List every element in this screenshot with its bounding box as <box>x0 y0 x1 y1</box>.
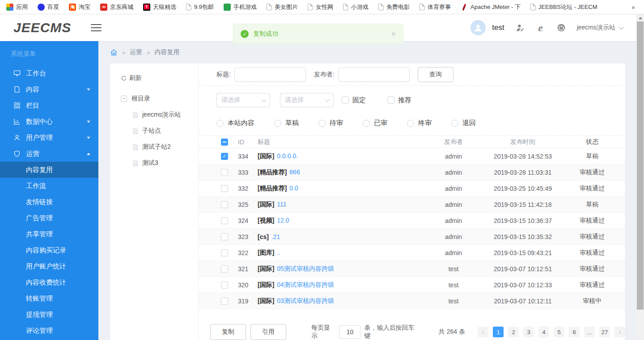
sidebar-submenu-item[interactable]: 内容购买记录 <box>0 242 98 258</box>
sidebar-submenu-item[interactable]: 用户账户统计 <box>0 258 98 274</box>
sidebar-submenu-item[interactable]: 内容复用 <box>0 162 98 178</box>
tree-node[interactable]: 测试3 <box>121 159 198 167</box>
bookmarks-overflow-chevron-icon[interactable]: » <box>631 4 638 11</box>
status-radio[interactable]: 终审 <box>407 119 432 127</box>
scrollbar-thumb[interactable] <box>637 21 644 310</box>
quote-button[interactable]: 引用 <box>250 324 286 340</box>
row-checkbox[interactable] <box>221 249 228 256</box>
user-edit-icon[interactable] <box>515 23 525 33</box>
per-page-input[interactable] <box>339 325 360 339</box>
select-all-checkbox[interactable] <box>221 139 228 146</box>
status-radio[interactable]: 本站内容 <box>216 119 254 127</box>
logout-power-icon[interactable] <box>556 23 566 33</box>
row-checkbox[interactable] <box>221 217 228 224</box>
filter-select-1[interactable]: 请选择 <box>216 93 270 107</box>
prev-page-button[interactable]: ‹ <box>478 327 488 337</box>
bookmark-item[interactable]: 女性网 <box>308 3 333 11</box>
sidebar-submenu-item[interactable]: 广告管理 <box>0 210 98 226</box>
home-icon[interactable] <box>110 49 118 56</box>
table-row[interactable]: 319 [国际]03测试审核内容跨级 test 2019-03-07 10:12… <box>199 293 625 309</box>
row-checkbox[interactable] <box>221 185 228 192</box>
title-link[interactable]: 111 <box>277 201 286 208</box>
row-checkbox[interactable] <box>221 233 228 240</box>
radio-icon[interactable] <box>407 120 414 127</box>
checkbox-icon[interactable] <box>342 97 349 104</box>
sidebar-submenu-item[interactable]: 内容收费统计 <box>0 274 98 290</box>
bookmark-item[interactable]: 淘 淘宝 <box>69 3 90 11</box>
recommend-checkbox[interactable]: 推荐 <box>387 96 411 105</box>
sidebar-item-channels[interactable]: 栏目 <box>0 97 98 113</box>
page-number-button[interactable]: 4 <box>538 327 549 337</box>
row-checkbox[interactable] <box>221 281 228 289</box>
page-number-button[interactable]: 2 <box>508 327 519 337</box>
bookmark-item[interactable]: 百度 <box>38 3 59 11</box>
bookmark-item[interactable]: 免费电影 <box>378 3 410 11</box>
sidebar-toggle-hamburger-icon[interactable] <box>91 24 102 31</box>
bookmark-item[interactable]: 小游戏 <box>343 3 369 11</box>
row-checkbox[interactable] <box>221 201 228 208</box>
bookmark-item[interactable]: JD 京东商城 <box>100 3 133 11</box>
table-row[interactable]: 334 [国际]0.0.0.0. admin 2019-03-28 14:52:… <box>199 148 625 164</box>
site-switcher[interactable]: jeecms演示站 <box>577 24 623 32</box>
sidebar-submenu-item[interactable]: 提现管理 <box>0 306 98 323</box>
status-radio[interactable]: 待审 <box>318 119 343 127</box>
table-row[interactable]: 324 [视频]12.0 admin 2019-03-15 10:36:37 审… <box>199 213 625 229</box>
breadcrumb-item-operations[interactable]: 运营 <box>130 48 142 56</box>
radio-icon[interactable] <box>274 120 281 127</box>
title-link[interactable]: 12.0 <box>277 217 289 224</box>
status-radio[interactable]: 退回 <box>451 119 476 127</box>
page-number-button[interactable]: ... <box>584 327 595 337</box>
toast-close-icon[interactable]: × <box>391 30 396 38</box>
row-checkbox[interactable] <box>221 265 228 273</box>
sidebar-item-data-center[interactable]: 数据中心 <box>0 113 98 130</box>
sidebar-submenu-item[interactable]: 友情链接 <box>0 194 98 210</box>
page-number-button[interactable]: 27 <box>599 327 610 337</box>
page-number-button[interactable]: 5 <box>554 327 564 337</box>
sidebar-item-workbench[interactable]: 工作台 <box>0 65 98 81</box>
scrollbar-up-arrow-icon[interactable] <box>636 14 644 21</box>
sidebar-item-operations[interactable]: 运营 <box>0 146 98 162</box>
bookmark-item[interactable]: 美女图片 <box>267 3 298 11</box>
radio-icon[interactable] <box>363 120 370 127</box>
bookmark-item[interactable]: 手机游戏 <box>224 3 257 11</box>
radio-icon[interactable] <box>451 120 458 127</box>
title-link[interactable]: 0.0 <box>289 185 298 192</box>
checkbox-icon[interactable] <box>387 97 394 104</box>
bookmark-item[interactable]: JEEBBS论坛 - JEECM <box>530 3 597 11</box>
status-radio[interactable]: 草稿 <box>274 119 299 127</box>
title-search-input[interactable] <box>234 67 306 82</box>
page-number-button[interactable]: 3 <box>523 327 534 337</box>
table-row[interactable]: 332 [精品推荐]0.0 admin 2019-03-25 10:45:49 … <box>199 180 625 197</box>
query-button[interactable]: 查询 <box>418 67 453 82</box>
bookmark-item[interactable]: 9.9包邮 <box>186 3 214 11</box>
bookmark-item[interactable]: T 天猫精选 <box>143 3 176 11</box>
table-row[interactable]: 323 [cs].21 admin 2019-03-15 10:35:32 审核… <box>199 229 625 245</box>
title-link[interactable]: 04测试审核内容跨级 <box>277 281 334 288</box>
bookmark-item[interactable]: 应用 <box>6 3 28 11</box>
sidebar-item-user-management[interactable]: 用户管理 <box>0 130 98 146</box>
title-link[interactable]: 03测试审核内容跨级 <box>277 297 334 304</box>
table-row[interactable]: 321 [国际]05测试审核内容跨级 test 2019-03-07 10:12… <box>199 261 625 277</box>
title-link[interactable]: 05测试审核内容跨级 <box>277 265 334 272</box>
row-checkbox[interactable] <box>221 298 228 305</box>
next-page-button[interactable]: › <box>614 327 625 337</box>
tree-refresh-button[interactable]: 刷新 <box>121 74 198 82</box>
title-link[interactable]: 666 <box>289 168 300 176</box>
jeecms-logo[interactable]: JEECMS <box>13 20 71 35</box>
title-link[interactable]: .21 <box>271 233 280 240</box>
table-row[interactable]: 320 [国际]04测试审核内容跨级 test 2019-03-07 10:12… <box>199 277 625 293</box>
publisher-search-input[interactable] <box>338 67 410 82</box>
fixed-checkbox[interactable]: 固定 <box>342 96 366 105</box>
tree-root-node[interactable]: − 根目录 <box>121 95 198 103</box>
tree-node[interactable]: jeecms演示站 <box>121 111 198 119</box>
tree-collapse-icon[interactable]: − <box>121 96 127 102</box>
bookmark-item[interactable]: 体育赛事 <box>419 3 451 11</box>
tree-node[interactable]: 测试子站2 <box>121 143 198 151</box>
tree-node[interactable]: 子站点 <box>121 127 198 135</box>
page-number-button[interactable]: 1 <box>493 327 504 337</box>
browser-ie-icon[interactable]: e <box>536 23 546 33</box>
sidebar-submenu-item[interactable]: 评论管理 <box>0 323 98 339</box>
copy-button[interactable]: 复制 <box>210 324 246 340</box>
sidebar-item-content[interactable]: 内容 <box>0 81 98 97</box>
row-checkbox[interactable] <box>221 169 228 176</box>
